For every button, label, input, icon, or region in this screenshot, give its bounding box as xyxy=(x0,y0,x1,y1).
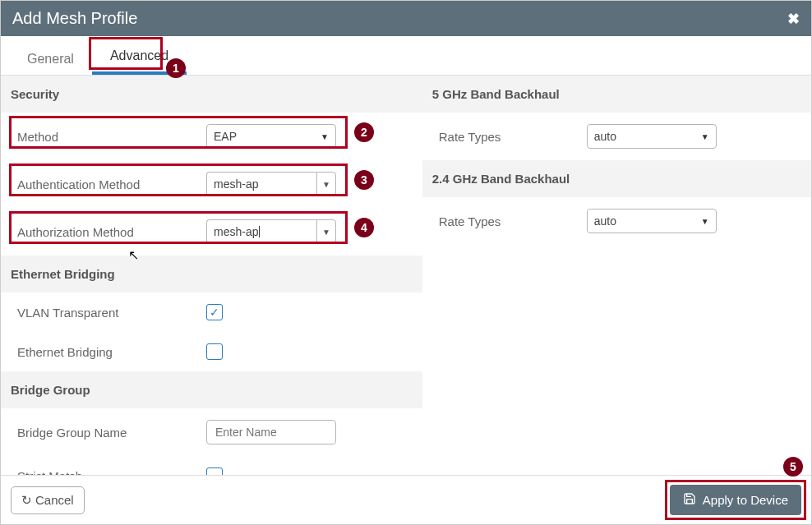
annotation-number-1: 1 xyxy=(166,58,186,78)
chevron-down-icon: ▼ xyxy=(701,132,709,141)
bridge-group-name-row: Bridge Group Name xyxy=(1,408,422,456)
apply-to-device-button[interactable]: Apply to Device xyxy=(670,485,801,515)
vlan-transparent-label: VLAN Transparent xyxy=(17,306,206,320)
strict-match-row: Strict Match xyxy=(1,456,422,476)
ethernet-bridging-label: Ethernet Bridging xyxy=(17,345,206,359)
security-header: Security xyxy=(1,76,422,113)
add-mesh-profile-modal: Add Mesh Profile ✖ General Advanced 1 Se… xyxy=(0,0,812,525)
annotation-number-2: 2 xyxy=(354,122,374,142)
right-column: 5 GHz Band Backhaul Rate Types auto ▼ 2.… xyxy=(422,76,811,476)
five-ghz-rate-row: Rate Types auto ▼ xyxy=(422,113,811,160)
annotation-number-3: 3 xyxy=(354,170,374,190)
vlan-transparent-row: VLAN Transparent ✓ xyxy=(1,292,422,332)
two-four-ghz-rate-value: auto xyxy=(594,214,616,228)
five-ghz-rate-value: auto xyxy=(594,130,616,143)
five-ghz-rate-label: Rate Types xyxy=(439,130,587,144)
method-label: Method xyxy=(17,130,206,144)
method-select[interactable]: EAP ▼ xyxy=(206,124,336,149)
tab-bar: General Advanced 1 xyxy=(1,36,811,76)
modal-title: Add Mesh Profile xyxy=(12,9,137,28)
ethernet-bridging-header: Ethernet Bridging xyxy=(1,256,422,292)
authentication-method-select[interactable]: mesh-ap ▼ xyxy=(206,172,336,196)
chevron-down-icon[interactable]: ▼ xyxy=(316,219,336,244)
undo-icon: ↻ xyxy=(21,493,32,508)
authorization-method-label: Authorization Method xyxy=(17,225,206,239)
authentication-method-label: Authentication Method xyxy=(17,177,206,191)
chevron-down-icon: ▼ xyxy=(321,132,329,141)
annotation-number-5: 5 xyxy=(783,457,803,477)
apply-label: Apply to Device xyxy=(703,493,788,507)
annotation-number-4: 4 xyxy=(354,218,374,237)
two-four-ghz-rate-label: Rate Types xyxy=(439,214,587,228)
bridge-group-header: Bridge Group xyxy=(1,371,422,408)
two-four-ghz-backhaul-header: 2.4 GHz Band Backhaul xyxy=(422,160,811,197)
authentication-method-value: mesh-ap xyxy=(206,172,316,196)
chevron-down-icon[interactable]: ▼ xyxy=(316,172,336,196)
bridge-group-name-label: Bridge Group Name xyxy=(17,426,206,440)
close-icon[interactable]: ✖ xyxy=(787,10,800,28)
chevron-down-icon: ▼ xyxy=(701,217,709,226)
authorization-method-select[interactable]: mesh-ap ▼ xyxy=(206,219,336,244)
modal-content: Security Method EAP ▼ 2 Authentication M… xyxy=(1,76,811,476)
two-four-ghz-rate-select[interactable]: auto ▼ xyxy=(587,209,717,233)
cancel-button[interactable]: ↻ Cancel xyxy=(11,486,85,514)
two-four-ghz-rate-row: Rate Types auto ▼ xyxy=(422,197,811,245)
authorization-method-value: mesh-ap xyxy=(206,219,316,244)
authorization-method-row: Authorization Method mesh-ap ▼ 4 xyxy=(1,208,422,256)
ethernet-bridging-checkbox[interactable] xyxy=(206,343,223,360)
five-ghz-rate-select[interactable]: auto ▼ xyxy=(587,124,717,149)
cancel-label: Cancel xyxy=(35,493,74,507)
method-row: Method EAP ▼ 2 xyxy=(1,113,422,160)
modal-title-bar: Add Mesh Profile ✖ xyxy=(1,1,811,36)
save-icon xyxy=(683,492,696,508)
tab-general[interactable]: General xyxy=(9,42,92,75)
authentication-method-row: Authentication Method mesh-ap ▼ 3 xyxy=(1,160,422,208)
left-column: Security Method EAP ▼ 2 Authentication M… xyxy=(1,76,422,476)
ethernet-bridging-row: Ethernet Bridging xyxy=(1,332,422,371)
method-value: EAP xyxy=(214,130,237,143)
modal-footer: ↻ Cancel Apply to Device 5 xyxy=(1,475,811,524)
five-ghz-backhaul-header: 5 GHz Band Backhaul xyxy=(422,76,811,113)
bridge-group-name-input[interactable] xyxy=(206,420,336,444)
vlan-transparent-checkbox[interactable]: ✓ xyxy=(206,304,223,320)
